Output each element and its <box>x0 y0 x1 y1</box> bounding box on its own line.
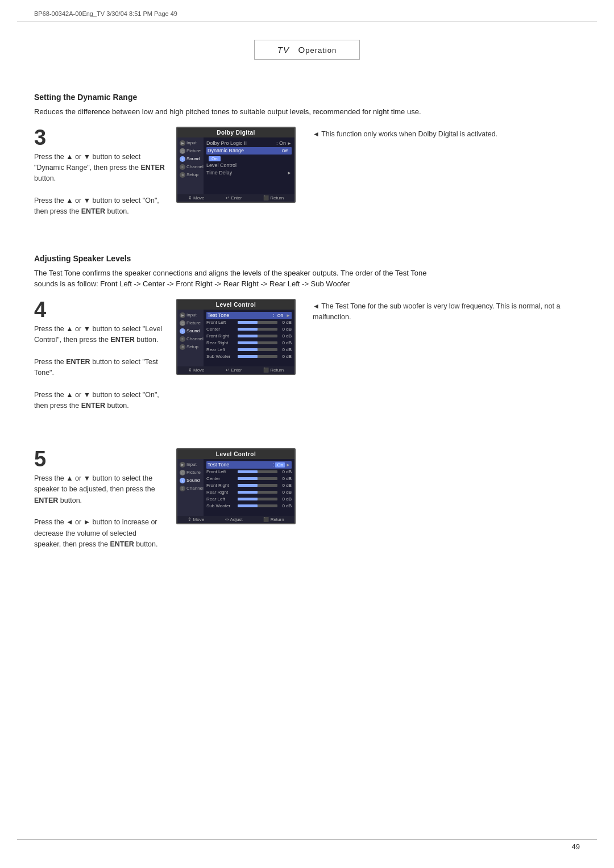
bar5-rearright: Rear Right 0 dB <box>206 489 292 496</box>
nav5-sound: ♪ Sound <box>179 477 202 484</box>
step3-note: This function only works when Dolby Digi… <box>313 127 580 140</box>
bar-rearleft: Rear Left 0 dB <box>206 347 292 353</box>
tv-main5: Test Tone : On ► Front Left <box>204 459 294 516</box>
footer5-adjust: ⇔ Adjust <box>225 517 243 522</box>
step5-text: Press the ▲ or ▼ button to select the sp… <box>34 473 165 550</box>
step4-note: The Test Tone for the sub woofer is very… <box>313 299 580 323</box>
tv-screen-step3: Dolby Digital ▶ Input ◻ Picture ♪ <box>176 127 296 203</box>
dolby-pro-arrow: ► <box>287 141 292 146</box>
nav-sound: ♪ Sound <box>179 156 202 162</box>
section2-desc: The Test Tone confirms the speaker conne… <box>34 268 432 290</box>
header-line-top <box>17 22 597 22</box>
input-icon: ▶ <box>180 140 185 146</box>
menu-row-dolby-pro: Dolby Pro Logic II : On ► <box>206 140 292 147</box>
bar-fill-frontright <box>238 335 258 337</box>
tv-sidebar4: ▶ Input ◻ Picture ♪ Sound ≡ <box>177 310 294 366</box>
tv-footer4: ⇕ Move ↵ Enter ⬛ Return <box>177 366 294 374</box>
chapter-op: Operation <box>298 45 337 55</box>
bar-track-center <box>238 328 277 331</box>
menu-level-label: Level Control <box>206 162 237 168</box>
dolby-pro-val: : On <box>276 140 286 146</box>
bar-frontleft: Front Left 0 dB <box>206 319 292 326</box>
section1-desc: Reduces the difference between low and h… <box>34 106 432 118</box>
bar-subwoofer: Sub Woofer 0 dB <box>206 353 292 360</box>
menu-dolby-pro-value: : On ► <box>276 140 292 146</box>
footer3-return: ⬛ Return <box>263 195 284 201</box>
footer4-return: ⬛ Return <box>263 368 284 373</box>
bar-fill-rearleft <box>238 348 258 351</box>
bar5-track-frontleft <box>238 470 277 473</box>
tv-main3: Dolby Pro Logic II : On ► Dynamic Range … <box>204 137 294 194</box>
spacer1 <box>34 233 580 254</box>
tv-screen3-title: Dolby Digital <box>177 128 294 137</box>
bar5-track-rearleft <box>238 498 277 500</box>
footer3-enter: ↵ Enter <box>226 195 242 201</box>
menu4-testtone: Test Tone : Off ► <box>206 312 292 319</box>
time-arrow: ► <box>287 170 292 176</box>
nav5-channel: ≡ Channel <box>179 485 202 492</box>
tv-main4: Test Tone : Off ► Front Left <box>204 310 294 366</box>
bar5-frontright: Front Right 0 dB <box>206 482 292 489</box>
bar-track-frontright <box>238 335 277 337</box>
header-bar: BP68-00342A-00Eng_TV 3/30/04 8:51 PM Pag… <box>34 10 580 17</box>
step3-text: Press the ▲ or ▼ button to select "Dynam… <box>34 152 165 218</box>
step4-tv-screen: Level Control ▶ Input ◻ Picture ♪ <box>176 299 301 375</box>
page-content: TV Operation Setting the Dynamic Range R… <box>34 40 580 566</box>
tv-footer3: ⇕ Move ↵ Enter ⬛ Return <box>177 194 294 202</box>
menu-row-time-delay: Time Delay ► <box>206 169 292 177</box>
footer4-enter: ↵ Enter <box>226 368 242 373</box>
dynamic-on-badge: On <box>209 156 221 161</box>
tv-sidebar5: ▶ Input ◻ Picture ♪ Sound ≡ <box>177 459 294 516</box>
menu4-testtone-label: Test Tone <box>208 312 229 318</box>
tv-nav5: ▶ Input ◻ Picture ♪ Sound ≡ <box>177 459 204 516</box>
bar5-fill-rearright <box>238 491 258 494</box>
step3-note-text: This function only works when Dolby Digi… <box>321 130 497 138</box>
bar-fill-frontleft <box>238 321 258 324</box>
footer3-move: ⇕ Move <box>188 195 205 201</box>
menu-row-level-control: Level Control <box>206 162 292 169</box>
step5-block: 5 Press the ▲ or ▼ button to select the … <box>34 448 580 550</box>
nav5-picture-icon: ◻ <box>180 470 185 475</box>
nav5-input: ▶ Input <box>179 461 202 468</box>
footer-line <box>17 839 597 840</box>
bar-track-frontleft <box>238 321 277 324</box>
menu-dynamic-label: Dynamic Range <box>208 148 244 153</box>
tv-nav3: ▶ Input ◻ Picture ♪ Sound ≡ <box>177 137 204 194</box>
step4-left: 4 Press the ▲ or ▼ button to select "Lev… <box>34 299 165 412</box>
nav4-channel: ≡ Channel <box>179 336 202 343</box>
tv-sidebar3: ▶ Input ◻ Picture ♪ Sound ≡ <box>177 137 294 194</box>
tv-screen5-title: Level Control <box>177 449 294 459</box>
menu4-testtone-value: : Off ► <box>273 312 291 318</box>
nav-channel-label: Channel <box>186 164 204 169</box>
picture-icon: ◻ <box>180 148 185 154</box>
bar-fill-subwoofer <box>238 355 258 358</box>
menu5-testtone-label: Test Tone <box>208 462 229 468</box>
nav4-picture: ◻ Picture <box>179 320 202 327</box>
menu-dolby-pro-label: Dolby Pro Logic II <box>206 140 247 146</box>
nav5-input-icon: ▶ <box>180 462 185 468</box>
nav-input: ▶ Input <box>179 140 202 147</box>
bar5-fill-subwoofer <box>238 504 258 507</box>
nav4-picture-icon: ◻ <box>180 320 185 326</box>
bar-track-subwoofer <box>238 355 277 358</box>
bar5-fill-frontleft <box>238 470 258 473</box>
nav-picture-label: Picture <box>186 148 201 153</box>
nav5-picture: ◻ Picture <box>179 469 202 476</box>
step5-tv-screen: Level Control ▶ Input ◻ Picture ♪ <box>176 448 301 524</box>
nav-setup: ⚙ Setup <box>179 172 202 178</box>
menu5-testtone-value: : On ► <box>273 462 291 468</box>
menu-dynamic-value: Off <box>280 148 291 153</box>
bar5-fill-frontright <box>238 484 258 487</box>
bar5-subwoofer: Sub Woofer 0 dB <box>206 503 292 510</box>
step4-block: 4 Press the ▲ or ▼ button to select "Lev… <box>34 299 580 412</box>
step3-block: 3 Press the ▲ or ▼ button to select "Dyn… <box>34 127 580 218</box>
footer5-return: ⬛ Return <box>263 517 284 522</box>
menu-time-label: Time Delay <box>206 170 232 176</box>
nav4-channel-icon: ≡ <box>180 336 185 342</box>
bar5-track-rearright <box>238 491 277 494</box>
nav4-sound-icon: ♪ <box>180 328 185 334</box>
dynamic-val: Off <box>280 148 289 153</box>
step3-number: 3 <box>34 127 165 148</box>
bar5-fill-center <box>238 477 258 480</box>
sound-icon: ♪ <box>180 156 185 162</box>
